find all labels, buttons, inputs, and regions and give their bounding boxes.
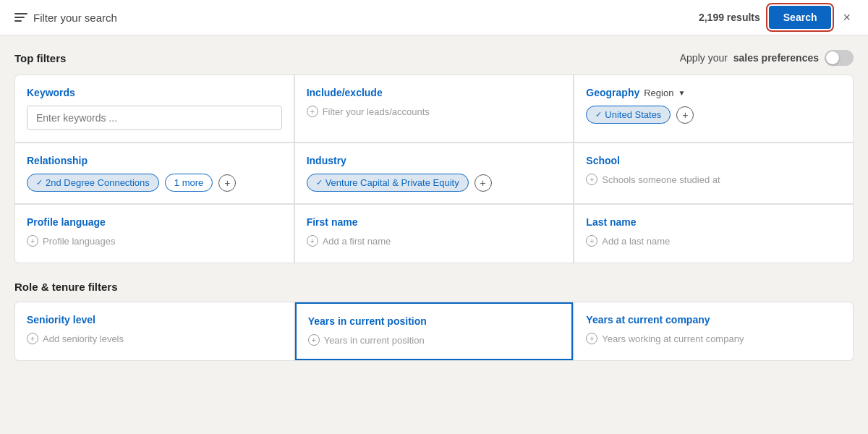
- relationship-label: Relationship: [27, 155, 282, 166]
- sales-prefs-toggle[interactable]: [825, 50, 854, 66]
- sales-prefs-text: Apply your sales preferences: [680, 52, 819, 64]
- school-add[interactable]: + Schools someone studied at: [586, 174, 841, 185]
- chip-check-icon: ✓: [316, 178, 323, 187]
- geography-chip-label: United States: [605, 109, 661, 120]
- industry-chip-vc[interactable]: ✓ Venture Capital & Private Equity: [307, 174, 469, 192]
- close-button[interactable]: ×: [840, 7, 854, 28]
- years-position-add[interactable]: + Years in current position: [308, 334, 561, 346]
- role-tenure-header: Role & tenure filters: [14, 281, 854, 293]
- geography-chip-us[interactable]: ✓ United States: [586, 106, 671, 124]
- keywords-label: Keywords: [27, 87, 282, 98]
- first-name-placeholder: Add a first name: [323, 236, 391, 247]
- top-filters-header: Top filters Apply your sales preferences: [14, 50, 854, 66]
- geography-region-label: Region: [644, 88, 673, 98]
- relationship-more-button[interactable]: 1 more: [165, 174, 213, 192]
- keywords-card: Keywords: [15, 75, 294, 142]
- last-name-placeholder: Add a last name: [602, 236, 670, 247]
- relationship-chip-label: 2nd Degree Connections: [46, 177, 150, 188]
- years-company-label: Years at current company: [586, 314, 841, 326]
- profile-language-plus-icon: +: [27, 235, 38, 247]
- include-exclude-card: Include/exclude + Filter your leads/acco…: [295, 75, 574, 142]
- top-bar-actions: 2,199 results Search ×: [699, 6, 854, 29]
- filter-icon: [14, 12, 27, 22]
- years-company-plus-icon: +: [586, 333, 597, 344]
- school-plus-icon: +: [586, 174, 597, 185]
- years-company-placeholder: Years working at current company: [602, 333, 744, 344]
- geography-label: Geography: [586, 87, 639, 98]
- include-exclude-label: Include/exclude: [307, 87, 562, 98]
- seniority-card: Seniority level + Add seniority levels: [15, 302, 294, 360]
- top-filters-grid: Keywords Include/exclude + Filter your l…: [14, 75, 854, 263]
- last-name-card: Last name + Add a last name: [574, 205, 853, 263]
- relationship-chips: ✓ 2nd Degree Connections 1 more +: [27, 174, 282, 192]
- role-tenure-title: Role & tenure filters: [14, 281, 118, 293]
- profile-language-label: Profile language: [27, 216, 282, 228]
- role-tenure-grid: Seniority level + Add seniority levels Y…: [14, 302, 854, 361]
- filter-header: Filter your search: [14, 12, 117, 24]
- years-position-plus-icon: +: [308, 334, 320, 346]
- geography-chips: ✓ United States +: [586, 106, 841, 124]
- industry-chip-label: Venture Capital & Private Equity: [326, 177, 459, 188]
- school-label: School: [586, 155, 841, 166]
- relationship-card: Relationship ✓ 2nd Degree Connections 1 …: [15, 143, 294, 203]
- seniority-placeholder: Add seniority levels: [43, 333, 124, 344]
- years-position-label: Years in current position: [308, 315, 561, 327]
- seniority-label: Seniority level: [27, 314, 282, 326]
- profile-language-placeholder: Profile languages: [43, 236, 115, 247]
- relationship-add-button[interactable]: +: [218, 174, 236, 192]
- search-button[interactable]: Search: [769, 6, 832, 29]
- years-company-card: Years at current company + Years working…: [574, 302, 853, 360]
- seniority-add[interactable]: + Add seniority levels: [27, 333, 282, 344]
- industry-label: Industry: [307, 155, 562, 166]
- school-placeholder: Schools someone studied at: [602, 174, 720, 185]
- results-count: 2,199 results: [699, 12, 760, 23]
- first-name-card: First name + Add a first name: [295, 205, 574, 263]
- sales-prefs-row: Apply your sales preferences: [680, 50, 854, 66]
- industry-chips: ✓ Venture Capital & Private Equity +: [307, 174, 562, 192]
- years-company-add[interactable]: + Years working at current company: [586, 333, 841, 344]
- chip-check-icon: ✓: [595, 110, 602, 119]
- industry-add-button[interactable]: +: [475, 174, 492, 192]
- geography-label-row: Geography Region ▼: [586, 87, 841, 98]
- industry-card: Industry ✓ Venture Capital & Private Equ…: [295, 143, 574, 203]
- include-exclude-placeholder: Filter your leads/accounts: [323, 106, 430, 117]
- school-card: School + Schools someone studied at: [574, 143, 853, 203]
- years-position-placeholder: Years in current position: [324, 335, 425, 346]
- seniority-plus-icon: +: [27, 333, 38, 344]
- main-content: Top filters Apply your sales preferences…: [0, 35, 868, 375]
- keywords-input[interactable]: [27, 106, 282, 130]
- geography-card: Geography Region ▼ ✓ United States +: [574, 75, 853, 142]
- first-name-add[interactable]: + Add a first name: [307, 235, 562, 247]
- chip-check-icon: ✓: [36, 178, 43, 187]
- top-filters-title: Top filters: [14, 52, 66, 64]
- geography-dropdown-icon[interactable]: ▼: [678, 89, 685, 97]
- last-name-add[interactable]: + Add a last name: [586, 235, 841, 247]
- last-name-plus-icon: +: [586, 235, 597, 247]
- years-position-card: Years in current position + Years in cur…: [295, 302, 574, 360]
- include-exclude-plus-icon: +: [307, 106, 318, 117]
- relationship-chip-2nd[interactable]: ✓ 2nd Degree Connections: [27, 174, 159, 192]
- include-exclude-add[interactable]: + Filter your leads/accounts: [307, 106, 562, 117]
- profile-language-card: Profile language + Profile languages: [15, 205, 294, 263]
- top-bar: Filter your search 2,199 results Search …: [0, 0, 868, 35]
- profile-language-add[interactable]: + Profile languages: [27, 235, 282, 247]
- filter-title: Filter your search: [33, 12, 117, 24]
- last-name-label: Last name: [586, 216, 841, 228]
- first-name-plus-icon: +: [307, 235, 318, 247]
- geography-add-button[interactable]: +: [676, 106, 694, 124]
- first-name-label: First name: [307, 216, 562, 228]
